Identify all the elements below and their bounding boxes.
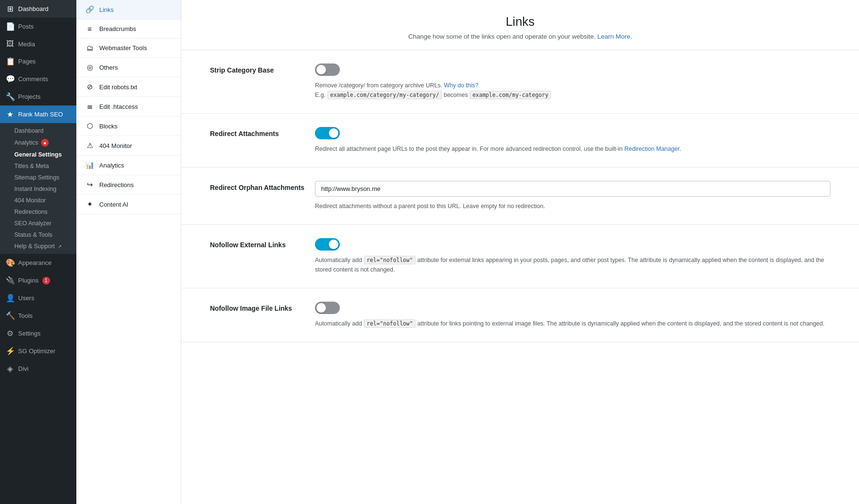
sidebar-item-tools[interactable]: 🔨 Tools — [0, 307, 76, 325]
webmaster-tools-icon: 🗂 — [85, 44, 94, 52]
sidebar-item-settings[interactable]: ⚙ Settings — [0, 325, 76, 342]
sidebar-item-divi[interactable]: ◈ Divi — [0, 360, 76, 378]
sec-sidebar-links[interactable]: 🔗 Links — [76, 0, 181, 20]
sidebar-item-comments[interactable]: 💬 Comments — [0, 70, 76, 88]
submenu-item-redirections[interactable]: Redirections — [0, 206, 76, 218]
submenu-item-analytics[interactable]: Analytics ● — [0, 136, 76, 149]
toggle-knob — [316, 303, 326, 313]
toggle-knob — [329, 128, 338, 138]
submenu-item-instant-indexing[interactable]: Instant Indexing — [0, 183, 76, 195]
nofollow-image-toggle[interactable] — [315, 302, 340, 314]
404-monitor-icon: ⚠ — [85, 141, 94, 150]
nofollow-external-section: Nofollow External Links Automatically ad… — [181, 225, 859, 288]
sec-sidebar-redirections[interactable]: ↪ Redirections — [76, 175, 181, 195]
redirect-attachments-content: Redirect all attachment page URLs to the… — [315, 127, 830, 154]
example-after-code: example.com/my-category — [470, 91, 551, 99]
example-before-code: example.com/category/my-category/ — [327, 91, 442, 99]
submenu-item-404-monitor[interactable]: 404 Monitor — [0, 195, 76, 206]
redirections-icon: ↪ — [85, 180, 94, 189]
content-inner: Links Change how some of the links open … — [181, 0, 859, 504]
toggle-knob — [316, 65, 326, 74]
sidebar-item-pages[interactable]: 📋 Pages — [0, 52, 76, 70]
submenu-item-sitemap[interactable]: Sitemap Settings — [0, 172, 76, 183]
redirection-manager-link[interactable]: Redirection Manager — [624, 146, 679, 152]
main-sidebar: ⊞ Dashboard 📄 Posts 🖼 Media 📋 Pages 💬 Co… — [0, 0, 76, 504]
strip-category-base-toggle[interactable] — [315, 63, 340, 76]
rank-math-submenu: Dashboard Analytics ● General Settings T… — [0, 123, 76, 254]
submenu-item-titles-meta[interactable]: Titles & Meta — [0, 160, 76, 172]
media-icon: 🖼 — [6, 40, 14, 48]
redirect-attachments-section: Redirect Attachments Redirect all attach… — [181, 114, 859, 168]
nofollow-external-desc: Automatically add rel="nofollow" attribu… — [315, 255, 830, 274]
submenu-item-help-support[interactable]: Help & Support ↗ — [0, 241, 76, 252]
sec-sidebar-edit-htaccess[interactable]: ≣ Edit .htaccess — [76, 97, 181, 116]
pages-icon: 📋 — [6, 57, 14, 66]
divi-icon: ◈ — [6, 364, 14, 373]
sidebar-item-rank-math[interactable]: ★ Rank Math SEO — [0, 105, 76, 123]
strip-category-base-label: Strip Category Base — [210, 63, 305, 74]
sidebar-item-appearance[interactable]: 🎨 Appearance — [0, 254, 76, 272]
rank-math-icon: ★ — [6, 110, 14, 119]
redirect-orphan-label: Redirect Orphan Attachments — [210, 181, 305, 191]
sec-sidebar-404-monitor[interactable]: ⚠ 404 Monitor — [76, 136, 181, 156]
strip-category-base-section: Strip Category Base Remove /category/ fr… — [181, 50, 859, 114]
content-area: Links Change how some of the links open … — [181, 0, 859, 504]
plugins-badge: 1 — [42, 277, 50, 284]
sidebar-item-users[interactable]: 👤 Users — [0, 289, 76, 307]
sg-optimizer-icon: ⚡ — [6, 346, 14, 356]
htaccess-icon: ≣ — [85, 102, 94, 111]
nofollow-external-label: Nofollow External Links — [210, 238, 305, 249]
redirect-orphan-desc: Redirect attachments without a parent po… — [315, 201, 830, 211]
toggle-knob — [329, 240, 338, 249]
sidebar-item-projects[interactable]: 🔧 Projects — [0, 88, 76, 105]
sec-sidebar-analytics[interactable]: 📊 Analytics — [76, 156, 181, 175]
page-subtitle: Change how some of the links open and op… — [191, 33, 849, 40]
plugins-icon: 🔌 — [6, 276, 14, 285]
redirect-attachments-toggle[interactable] — [315, 127, 340, 139]
redirect-orphan-input[interactable] — [315, 181, 830, 197]
nofollow-external-toggle-wrapper — [315, 238, 830, 251]
analytics-icon: 📊 — [85, 161, 94, 169]
page-title: Links — [191, 14, 849, 29]
redirect-attachments-label: Redirect Attachments — [210, 127, 305, 137]
others-icon: ◎ — [85, 63, 94, 72]
redirect-attachments-desc: Redirect all attachment page URLs to the… — [315, 144, 830, 154]
sidebar-item-dashboard[interactable]: ⊞ Dashboard — [0, 0, 76, 18]
sidebar-item-posts[interactable]: 📄 Posts — [0, 18, 76, 35]
links-icon: 🔗 — [85, 5, 94, 14]
sec-sidebar-breadcrumbs[interactable]: ≡ Breadcrumbs — [76, 20, 181, 39]
robots-icon: ⊘ — [85, 83, 94, 91]
nofollow-image-code: rel="nofollow" — [364, 319, 416, 328]
sidebar-item-plugins[interactable]: 🔌 Plugins 1 — [0, 272, 76, 289]
redirect-orphan-section: Redirect Orphan Attachments Redirect att… — [181, 168, 859, 225]
projects-icon: 🔧 — [6, 92, 14, 101]
breadcrumbs-icon: ≡ — [85, 25, 94, 33]
nofollow-image-toggle-wrapper — [315, 302, 830, 314]
analytics-badge: ● — [41, 139, 49, 147]
content-ai-icon: ✦ — [85, 200, 94, 209]
learn-more-link[interactable]: Learn More — [597, 33, 630, 40]
why-do-this-link[interactable]: Why do this? — [444, 82, 478, 89]
posts-icon: 📄 — [6, 22, 14, 31]
nofollow-image-label: Nofollow Image File Links — [210, 302, 305, 312]
nofollow-external-toggle[interactable] — [315, 238, 340, 251]
sec-sidebar-others[interactable]: ◎ Others — [76, 58, 181, 77]
sec-sidebar-blocks[interactable]: ⬡ Blocks — [76, 116, 181, 136]
tools-icon: 🔨 — [6, 311, 14, 320]
sidebar-item-media[interactable]: 🖼 Media — [0, 35, 76, 52]
submenu-item-seo-analyzer[interactable]: SEO Analyzer — [0, 218, 76, 229]
submenu-item-general-settings[interactable]: General Settings — [0, 149, 76, 160]
page-header: Links Change how some of the links open … — [181, 0, 859, 50]
nofollow-image-section: Nofollow Image File Links Automatically … — [181, 288, 859, 342]
redirect-attachments-toggle-wrapper — [315, 127, 830, 139]
submenu-item-status-tools[interactable]: Status & Tools — [0, 229, 76, 241]
settings-icon: ⚙ — [6, 329, 14, 338]
sec-sidebar-edit-robots[interactable]: ⊘ Edit robots.txt — [76, 77, 181, 97]
comments-icon: 💬 — [6, 74, 14, 84]
strip-category-base-toggle-wrapper — [315, 63, 830, 76]
strip-category-base-desc: Remove /category/ from category archive … — [315, 81, 830, 100]
sec-sidebar-content-ai[interactable]: ✦ Content AI — [76, 195, 181, 214]
sidebar-item-sg-optimizer[interactable]: ⚡ SG Optimizer — [0, 342, 76, 360]
sec-sidebar-webmaster-tools[interactable]: 🗂 Webmaster Tools — [76, 39, 181, 58]
submenu-item-dashboard[interactable]: Dashboard — [0, 125, 76, 136]
